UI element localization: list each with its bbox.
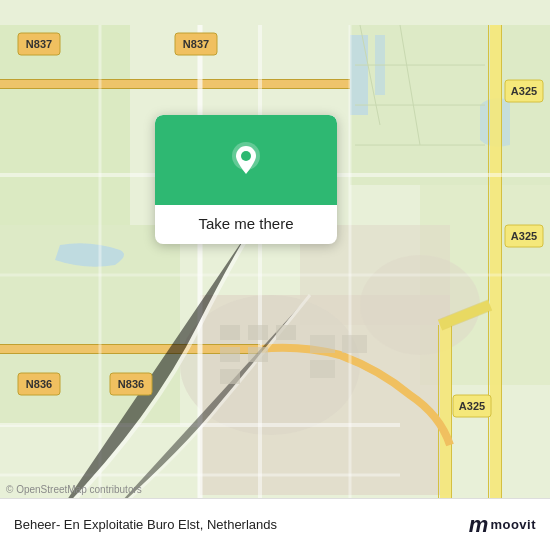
svg-text:N837: N837 — [183, 38, 209, 50]
popup-header — [155, 115, 337, 205]
svg-rect-9 — [350, 35, 368, 115]
svg-point-54 — [241, 151, 251, 161]
svg-rect-41 — [248, 347, 268, 362]
moovit-m-letter: m — [469, 512, 488, 538]
svg-rect-17 — [0, 80, 350, 88]
svg-rect-45 — [310, 360, 335, 378]
svg-rect-43 — [310, 335, 335, 353]
svg-text:A325: A325 — [459, 400, 485, 412]
svg-text:A325: A325 — [511, 230, 537, 242]
svg-rect-37 — [220, 325, 240, 340]
svg-text:N837: N837 — [26, 38, 52, 50]
svg-rect-18 — [0, 79, 350, 80]
location-pin-icon — [224, 138, 268, 182]
svg-rect-39 — [276, 325, 296, 340]
copyright-text: © OpenStreetMap contributors — [6, 484, 142, 495]
svg-text:N836: N836 — [26, 378, 52, 390]
location-popup: Take me there — [155, 115, 337, 244]
svg-text:N836: N836 — [118, 378, 144, 390]
svg-rect-42 — [220, 369, 240, 384]
svg-rect-21 — [0, 344, 260, 345]
svg-rect-16 — [451, 325, 452, 525]
bottom-bar: Beheer- En Exploitatie Buro Elst, Nether… — [0, 498, 550, 550]
map-container: N837 N837 N836 N836 A325 A325 A325 — [0, 0, 550, 550]
map-background: N837 N837 N836 N836 A325 A325 A325 — [0, 0, 550, 550]
svg-rect-44 — [342, 335, 367, 353]
place-info: Beheer- En Exploitatie Buro Elst, Nether… — [14, 517, 277, 532]
svg-point-8 — [360, 255, 480, 355]
svg-text:A325: A325 — [511, 85, 537, 97]
moovit-logo: m moovit — [469, 512, 536, 538]
svg-rect-19 — [0, 88, 350, 89]
take-me-there-button[interactable]: Take me there — [198, 215, 293, 232]
svg-rect-38 — [248, 325, 268, 340]
place-name-label: Beheer- En Exploitatie Buro Elst, Nether… — [14, 517, 277, 532]
svg-rect-40 — [220, 347, 240, 362]
moovit-wordmark: moovit — [490, 517, 536, 532]
